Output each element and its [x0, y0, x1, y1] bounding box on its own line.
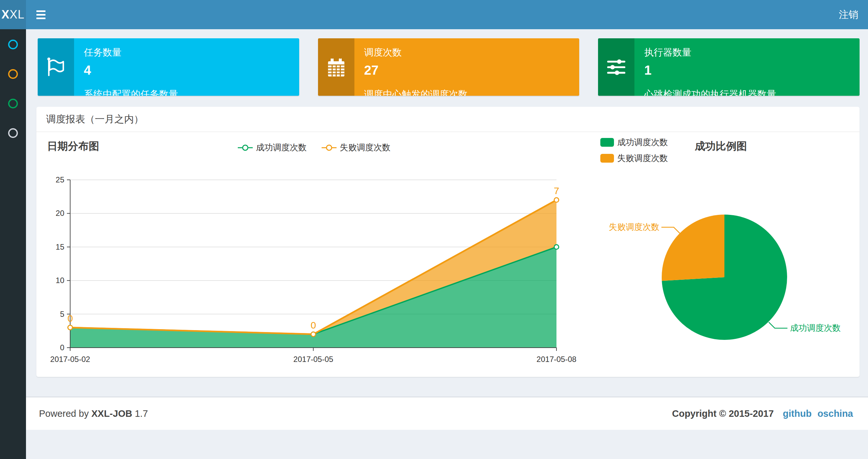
legend-item-fail[interactable]: 失败调度次数 — [321, 142, 391, 153]
pie-chart-legend: 成功调度次数 失败调度次数 — [600, 137, 668, 164]
legend-item-success[interactable]: 成功调度次数 — [238, 142, 307, 153]
svg-text:2017-05-02: 2017-05-02 — [50, 355, 90, 364]
info-box-executors: 执行器数量 1 心跳检测成功的执行器机器数量 — [598, 38, 860, 96]
sliders-icon — [606, 57, 627, 77]
footer-copyright-area: Copyright © 2015-2017 github oschina — [672, 408, 853, 419]
info-box-triggers: 调度次数 27 调度中心触发的调度次数 — [318, 38, 580, 96]
info-box-tasks-icon-area — [38, 38, 74, 96]
calendar-icon — [326, 57, 347, 77]
info-box-title: 调度次数 — [364, 46, 571, 59]
hamburger-icon — [36, 10, 45, 12]
info-box-value: 27 — [364, 63, 571, 77]
svg-text:成功调度次数: 成功调度次数 — [790, 323, 841, 333]
info-box-value: 1 — [644, 63, 851, 77]
legend-label: 失败调度次数 — [617, 153, 668, 164]
svg-text:20: 20 — [56, 209, 64, 218]
line-legend-marker-success — [238, 144, 253, 151]
pie-chart-title: 成功比例图 — [695, 139, 747, 154]
legend-label: 失败调度次数 — [340, 142, 391, 153]
svg-text:0: 0 — [68, 313, 73, 324]
oschina-link[interactable]: oschina — [817, 408, 853, 419]
hamburger-icon — [36, 14, 45, 15]
info-box-description: 心跳检测成功的执行器机器数量 — [644, 88, 851, 96]
footer-links: github oschina — [783, 408, 853, 419]
footer-powered: Powered by XXL-JOB 1.7 — [39, 408, 148, 419]
app-logo[interactable]: XXL — [0, 0, 26, 29]
logout-button[interactable]: 注销 — [829, 0, 868, 29]
svg-text:7: 7 — [554, 185, 559, 196]
pie-legend-swatch-fail — [600, 154, 614, 163]
sidebar-item-1-circle-icon[interactable] — [8, 40, 18, 50]
sidebar-item-3-circle-icon[interactable] — [8, 99, 18, 108]
info-box-title: 任务数量 — [84, 46, 291, 59]
panel-body: 日期分布图 成功调度次数 失败调度次数 — [36, 132, 860, 377]
info-box-executors-icon-area — [598, 38, 634, 96]
info-box-executors-content: 执行器数量 1 心跳检测成功的执行器机器数量 — [634, 38, 860, 96]
svg-text:2017-05-08: 2017-05-08 — [537, 355, 577, 364]
svg-text:10: 10 — [56, 276, 64, 285]
github-link[interactable]: github — [783, 408, 812, 419]
date-distribution-area-chart: 05101520252017-05-022017-05-052017-05-08… — [50, 168, 601, 377]
info-box-row: 任务数量 4 系统中配置的任务数量 — [26, 38, 868, 96]
legend-label: 成功调度次数 — [617, 137, 668, 148]
topbar: XXL 注销 — [0, 0, 868, 29]
svg-text:2017-05-05: 2017-05-05 — [293, 355, 333, 364]
main-content: 运行报表任务调度中心 任务数量 4 系统中配置的任务数量 — [26, 0, 868, 377]
pie-legend-item-success[interactable]: 成功调度次数 — [600, 137, 668, 148]
flag-icon — [45, 57, 66, 77]
logo-text-light: XL — [9, 8, 24, 22]
svg-text:5: 5 — [60, 310, 64, 319]
info-box-value: 4 — [84, 63, 291, 77]
svg-text:0: 0 — [311, 320, 316, 330]
svg-text:失败调度次数: 失败调度次数 — [609, 222, 659, 232]
pie-legend-swatch-success — [600, 138, 614, 147]
sidebar-item-4-circle-icon[interactable] — [8, 128, 18, 138]
logo-text-bold: X — [1, 8, 9, 22]
info-box-triggers-icon-area — [318, 38, 354, 96]
info-box-title: 执行器数量 — [644, 46, 851, 59]
info-box-description: 调度中心触发的调度次数 — [364, 88, 571, 96]
info-box-description: 系统中配置的任务数量 — [84, 88, 291, 96]
legend-label: 成功调度次数 — [256, 142, 307, 153]
brand-version: 1.7 — [135, 408, 148, 419]
info-box-tasks: 任务数量 4 系统中配置的任务数量 — [38, 38, 299, 96]
powered-prefix: Powered by — [39, 408, 89, 419]
pie-legend-item-fail[interactable]: 失败调度次数 — [600, 153, 668, 164]
report-panel: 调度报表（一月之内） 日期分布图 成功调度次数 失败调度次数 — [36, 107, 860, 377]
line-chart-title: 日期分布图 — [47, 139, 99, 154]
svg-text:15: 15 — [56, 242, 64, 251]
hamburger-icon — [36, 18, 45, 19]
copyright-text: Copyright © 2015-2017 — [672, 408, 774, 419]
sidebar — [0, 29, 26, 459]
info-box-tasks-content: 任务数量 4 系统中配置的任务数量 — [74, 38, 299, 96]
sidebar-item-2-circle-icon[interactable] — [8, 69, 18, 79]
line-legend-marker-fail — [321, 144, 337, 151]
info-box-triggers-content: 调度次数 27 调度中心触发的调度次数 — [354, 38, 580, 96]
svg-text:0: 0 — [60, 343, 64, 352]
sidebar-toggle-button[interactable] — [26, 0, 56, 29]
svg-text:25: 25 — [56, 175, 64, 184]
line-chart-legend: 成功调度次数 失败调度次数 — [238, 142, 391, 153]
success-ratio-pie-chart: 失败调度次数成功调度次数 — [608, 194, 860, 375]
brand-name: XXL-JOB — [91, 408, 132, 419]
panel-title: 调度报表（一月之内） — [36, 107, 860, 132]
footer: Powered by XXL-JOB 1.7 Copyright © 2015-… — [26, 397, 868, 430]
